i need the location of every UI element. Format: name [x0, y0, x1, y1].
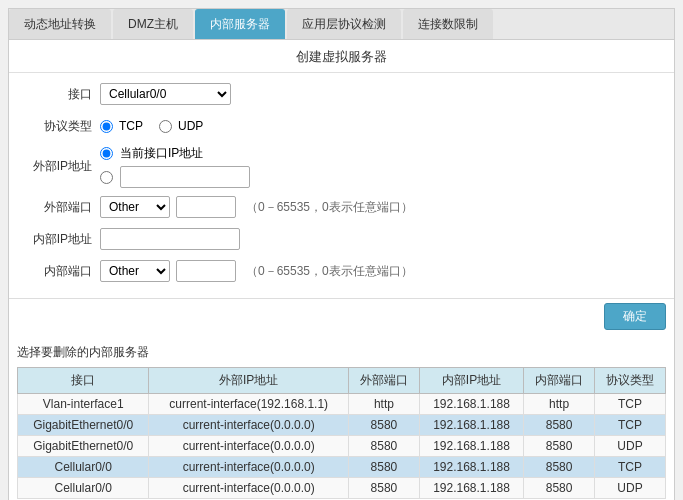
external-ip-row: 外部IP地址 当前接口IP地址	[25, 145, 658, 188]
cell-int-ip: 192.168.1.188	[419, 394, 523, 415]
external-port-hint: （0－65535，0表示任意端口）	[246, 199, 413, 216]
tcp-text: TCP	[119, 119, 143, 133]
servers-table: 接口 外部IP地址 外部端口 内部IP地址 内部端口 协议类型 Vlan-int…	[17, 367, 666, 499]
udp-label[interactable]: UDP	[159, 119, 203, 133]
table-section: 选择要删除的内部服务器 接口 外部IP地址 外部端口 内部IP地址 内部端口 协…	[9, 336, 674, 500]
col-ext-port: 外部端口	[349, 368, 420, 394]
manual-ip-radio[interactable]	[100, 171, 113, 184]
interface-select[interactable]: Cellular0/0 GigabitEthernet0/0 Vlan-inte…	[100, 83, 231, 105]
udp-radio[interactable]	[159, 120, 172, 133]
cell-int-port: 8580	[524, 436, 595, 457]
udp-text: UDP	[178, 119, 203, 133]
cell-interface: Cellular0/0	[18, 478, 149, 499]
col-protocol: 协议类型	[595, 368, 666, 394]
current-interface-text: 当前接口IP地址	[120, 145, 203, 162]
cell-int-port: 8580	[524, 415, 595, 436]
internal-ip-content	[100, 228, 658, 250]
cell-ext-port: 8580	[349, 436, 420, 457]
table-row[interactable]: Vlan-interface1 current-interface(192.16…	[18, 394, 666, 415]
cell-protocol: UDP	[595, 478, 666, 499]
interface-content: Cellular0/0 GigabitEthernet0/0 Vlan-inte…	[100, 83, 658, 105]
external-port-input[interactable]	[176, 196, 236, 218]
internal-port-hint: （0－65535，0表示任意端口）	[246, 263, 413, 280]
form-section-title: 创建虚拟服务器	[9, 40, 674, 73]
cell-int-port: 8580	[524, 478, 595, 499]
external-port-content: Other HTTP FTP HTTPS （0－65535，0表示任意端口）	[100, 196, 658, 218]
cell-ext-port: 8580	[349, 457, 420, 478]
cell-interface: GigabitEthernet0/0	[18, 415, 149, 436]
tab-internal-server[interactable]: 内部服务器	[195, 9, 285, 39]
cell-ext-ip: current-interface(0.0.0.0)	[149, 478, 349, 499]
cell-ext-port: http	[349, 394, 420, 415]
cell-ext-ip: current-interface(192.168.1.1)	[149, 394, 349, 415]
cell-ext-ip: current-interface(0.0.0.0)	[149, 436, 349, 457]
current-interface-radio[interactable]	[100, 147, 113, 160]
tab-app-detection[interactable]: 应用层协议检测	[287, 9, 401, 39]
manual-ip-option	[100, 166, 250, 188]
tcp-radio[interactable]	[100, 120, 113, 133]
cell-ext-ip: current-interface(0.0.0.0)	[149, 415, 349, 436]
internal-port-input[interactable]	[176, 260, 236, 282]
form-area: 接口 Cellular0/0 GigabitEthernet0/0 Vlan-i…	[9, 73, 674, 299]
internal-ip-row: 内部IP地址	[25, 226, 658, 252]
protocol-row: 协议类型 TCP UDP	[25, 113, 658, 139]
cell-int-ip: 192.168.1.188	[419, 436, 523, 457]
table-row[interactable]: Cellular0/0 current-interface(0.0.0.0) 8…	[18, 478, 666, 499]
confirm-button[interactable]: 确定	[604, 303, 666, 330]
confirm-row: 确定	[9, 299, 674, 336]
tcp-label[interactable]: TCP	[100, 119, 143, 133]
internal-ip-input[interactable]	[100, 228, 240, 250]
external-ip-label: 外部IP地址	[25, 158, 100, 175]
ip-options: 当前接口IP地址	[100, 145, 250, 188]
internal-port-content: Other HTTP FTP HTTPS （0－65535，0表示任意端口）	[100, 260, 658, 282]
table-row[interactable]: GigabitEthernet0/0 current-interface(0.0…	[18, 415, 666, 436]
external-port-label: 外部端口	[25, 199, 100, 216]
external-ip-content: 当前接口IP地址	[100, 145, 658, 188]
cell-interface: GigabitEthernet0/0	[18, 436, 149, 457]
cell-ext-port: 8580	[349, 478, 420, 499]
internal-port-label: 内部端口	[25, 263, 100, 280]
interface-label: 接口	[25, 86, 100, 103]
cell-ext-port: 8580	[349, 415, 420, 436]
cell-protocol: TCP	[595, 457, 666, 478]
cell-interface: Vlan-interface1	[18, 394, 149, 415]
col-int-port: 内部端口	[524, 368, 595, 394]
col-int-ip: 内部IP地址	[419, 368, 523, 394]
table-row[interactable]: GigabitEthernet0/0 current-interface(0.0…	[18, 436, 666, 457]
cell-protocol: UDP	[595, 436, 666, 457]
current-interface-option: 当前接口IP地址	[100, 145, 250, 162]
protocol-label: 协议类型	[25, 118, 100, 135]
cell-interface: Cellular0/0	[18, 457, 149, 478]
tab-conn-limit[interactable]: 连接数限制	[403, 9, 493, 39]
external-port-row: 外部端口 Other HTTP FTP HTTPS （0－65535，0表示任意…	[25, 194, 658, 220]
interface-row: 接口 Cellular0/0 GigabitEthernet0/0 Vlan-i…	[25, 81, 658, 107]
main-container: 动态地址转换 DMZ主机 内部服务器 应用层协议检测 连接数限制 创建虚拟服务器…	[8, 8, 675, 500]
cell-int-ip: 192.168.1.188	[419, 415, 523, 436]
col-interface: 接口	[18, 368, 149, 394]
external-port-type-select[interactable]: Other HTTP FTP HTTPS	[100, 196, 170, 218]
cell-int-port: http	[524, 394, 595, 415]
cell-ext-ip: current-interface(0.0.0.0)	[149, 457, 349, 478]
protocol-content: TCP UDP	[100, 119, 658, 133]
external-ip-input[interactable]	[120, 166, 250, 188]
cell-int-ip: 192.168.1.188	[419, 457, 523, 478]
cell-protocol: TCP	[595, 394, 666, 415]
table-row[interactable]: Cellular0/0 current-interface(0.0.0.0) 8…	[18, 457, 666, 478]
tab-dmz[interactable]: DMZ主机	[113, 9, 193, 39]
tab-bar: 动态地址转换 DMZ主机 内部服务器 应用层协议检测 连接数限制	[9, 9, 674, 40]
cell-int-port: 8580	[524, 457, 595, 478]
cell-protocol: TCP	[595, 415, 666, 436]
internal-port-type-select[interactable]: Other HTTP FTP HTTPS	[100, 260, 170, 282]
tab-dynamic-nat[interactable]: 动态地址转换	[9, 9, 111, 39]
internal-ip-label: 内部IP地址	[25, 231, 100, 248]
col-ext-ip: 外部IP地址	[149, 368, 349, 394]
cell-int-ip: 192.168.1.188	[419, 478, 523, 499]
internal-port-row: 内部端口 Other HTTP FTP HTTPS （0－65535，0表示任意…	[25, 258, 658, 284]
table-section-title: 选择要删除的内部服务器	[17, 344, 666, 361]
